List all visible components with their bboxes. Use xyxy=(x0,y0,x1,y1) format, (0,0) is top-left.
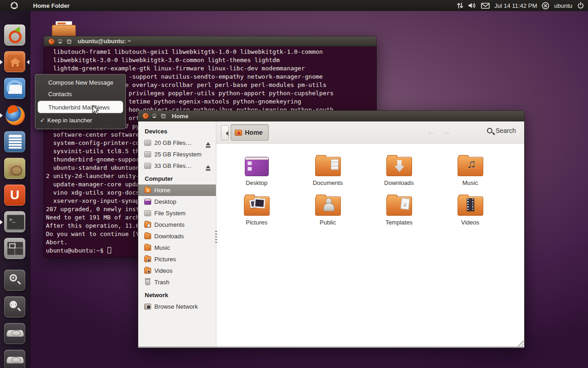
desktop-icon xyxy=(245,157,269,176)
sidebar-item-20gb-filesystem[interactable]: 20 GB Files… xyxy=(138,137,216,149)
sidebar-item-desktop[interactable]: Desktop xyxy=(138,196,216,207)
file-documents[interactable]: Documents xyxy=(292,154,363,186)
close-button[interactable] xyxy=(48,38,55,45)
back-button[interactable]: ← xyxy=(427,127,435,137)
breadcrumb-home-button[interactable]: Home xyxy=(231,124,269,141)
pane-resize-handle[interactable] xyxy=(215,231,217,243)
file-public[interactable]: Public xyxy=(292,194,363,226)
sidebar-header-network: Network xyxy=(138,288,216,301)
sidebar-item-25gb-filesystem[interactable]: 25 GB Filesystem xyxy=(138,149,216,160)
file-templates[interactable]: a Templates xyxy=(363,194,435,226)
volume-indicator-icon[interactable] xyxy=(468,2,476,9)
sidebar-item-trash[interactable]: Trash xyxy=(138,276,216,288)
launcher-item-ubuntu-one[interactable]: U xyxy=(4,184,25,206)
menu-item-compose-new-message[interactable]: Compose New Message xyxy=(35,77,125,88)
maximize-button[interactable] xyxy=(66,38,72,45)
sidebar-item-home[interactable]: Home xyxy=(138,184,216,196)
mouse-cursor xyxy=(92,105,101,116)
user-menu[interactable]: ubuntu xyxy=(554,2,572,9)
downloads-folder-icon xyxy=(386,157,412,176)
power-icon[interactable] xyxy=(577,2,584,9)
minimize-button[interactable] xyxy=(57,38,63,45)
ubuntu-logo-icon xyxy=(10,1,18,10)
videos-folder-icon xyxy=(144,268,151,274)
sidebar-item-pictures[interactable]: Pictures xyxy=(138,253,216,265)
file-manager-window: Home Devices 20 GB Files… 25 GB Filesyst… xyxy=(138,110,525,348)
clock[interactable]: Jul 14 11:42 PM xyxy=(494,2,537,9)
sidebar-item-browse-network[interactable]: Browse Network xyxy=(138,301,216,312)
home-folder-icon xyxy=(144,187,151,193)
sidebar-item-33gb-filesystem[interactable]: 33 GB Files… xyxy=(138,160,216,172)
files-view[interactable]: Desktop Documents Downloads ♫ Music Pict… xyxy=(216,144,524,347)
network-indicator-icon[interactable] xyxy=(457,2,464,9)
launcher-item-home-folder[interactable] xyxy=(4,51,25,72)
desktop-icon xyxy=(144,199,151,205)
documents-folder-icon xyxy=(144,222,151,228)
trash-icon xyxy=(145,279,150,285)
forward-button[interactable]: → xyxy=(442,127,451,137)
videos-folder-icon xyxy=(458,196,483,216)
running-pip-icon xyxy=(0,220,5,224)
sidebar-item-file-system[interactable]: File System xyxy=(138,207,216,219)
eject-icon[interactable] xyxy=(206,163,210,168)
thunderbird-quicklist-menu: Compose New Message Contacts Thunderbird… xyxy=(35,74,126,129)
file-videos[interactable]: Videos xyxy=(435,194,506,226)
path-scroll-left-button[interactable] xyxy=(221,125,229,140)
home-folder-icon xyxy=(235,130,242,136)
session-status-icon[interactable] xyxy=(542,2,549,10)
sidebar-item-documents[interactable]: Documents xyxy=(138,219,216,230)
checkmark-icon: ✓ xyxy=(40,115,47,126)
terminal-title: ubuntu@ubuntu: ~ xyxy=(78,38,131,45)
maximize-button[interactable] xyxy=(160,113,166,119)
window-title: Home xyxy=(172,113,188,120)
templates-folder-icon: a xyxy=(386,196,412,216)
running-pip-icon xyxy=(0,60,5,64)
eject-icon[interactable] xyxy=(206,140,210,145)
file-music[interactable]: ♫ Music xyxy=(435,154,506,186)
file-manager-titlebar[interactable]: Home xyxy=(138,110,525,121)
pictures-folder-icon xyxy=(144,256,151,262)
toolbar: Home ← → Search xyxy=(216,121,524,144)
launcher-item-ubuntu-installer[interactable] xyxy=(4,24,25,46)
plus-icon: + xyxy=(11,274,15,281)
drive-icon xyxy=(144,151,151,157)
documents-folder-icon xyxy=(315,157,341,176)
launcher-item-libreoffice-writer[interactable] xyxy=(4,131,25,152)
terminal-line: lightdm-greeter-example-gtk linux-firmwa… xyxy=(46,64,376,73)
launcher-item-workspace-switcher[interactable] xyxy=(4,238,25,259)
launcher-item-disk-drive[interactable] xyxy=(4,350,25,368)
mail-indicator-icon[interactable] xyxy=(481,2,490,9)
file-icon xyxy=(11,302,15,307)
terminal-cursor xyxy=(107,247,111,253)
pictures-folder-icon xyxy=(244,196,270,216)
menu-item-thunderbird-mail-news[interactable]: Thunderbird Mail/News xyxy=(38,101,123,113)
close-button[interactable] xyxy=(142,113,149,119)
search-button[interactable]: Search xyxy=(487,127,516,134)
launcher-item-disk-drive[interactable] xyxy=(4,323,25,344)
music-folder-icon: ♪ xyxy=(144,245,151,251)
desktop-folder-icon[interactable] xyxy=(52,21,76,37)
terminal-titlebar[interactable]: ubuntu@ubuntu: ~ xyxy=(44,36,377,46)
public-folder-icon xyxy=(315,196,341,216)
launcher-item-search-apps-lens[interactable]: + xyxy=(4,270,25,291)
launcher-item-search-files-lens[interactable] xyxy=(4,296,25,317)
sidebar-item-music[interactable]: ♪ Music xyxy=(138,242,216,253)
sidebar-item-videos[interactable]: Videos xyxy=(138,265,216,276)
menu-item-contacts[interactable]: Contacts xyxy=(35,88,125,100)
launcher-item-firefox[interactable] xyxy=(4,104,25,126)
launcher-item-software-center[interactable] xyxy=(4,158,25,179)
minimize-button[interactable] xyxy=(151,113,158,119)
file-desktop[interactable]: Desktop xyxy=(221,154,292,186)
file-downloads[interactable]: Downloads xyxy=(363,154,435,186)
terminal-line: libwebkitgtk-3.0-0 libwebkitgtk-3.0-comm… xyxy=(46,56,376,64)
search-icon xyxy=(487,128,492,133)
music-folder-icon: ♫ xyxy=(458,157,483,176)
launcher-item-thunderbird[interactable] xyxy=(4,78,25,99)
sidebar-item-downloads[interactable]: ↓ Downloads xyxy=(138,230,216,242)
top-panel: Home Folder Jul 14 11:42 PM ubuntu xyxy=(0,0,588,11)
file-pictures[interactable]: Pictures xyxy=(221,194,292,226)
running-pip-icon xyxy=(0,113,5,118)
sidebar-header-computer: Computer xyxy=(138,172,216,184)
menu-item-keep-in-launcher[interactable]: ✓Keep in launcher xyxy=(35,115,125,126)
launcher-item-terminal[interactable]: >_ xyxy=(4,211,25,232)
